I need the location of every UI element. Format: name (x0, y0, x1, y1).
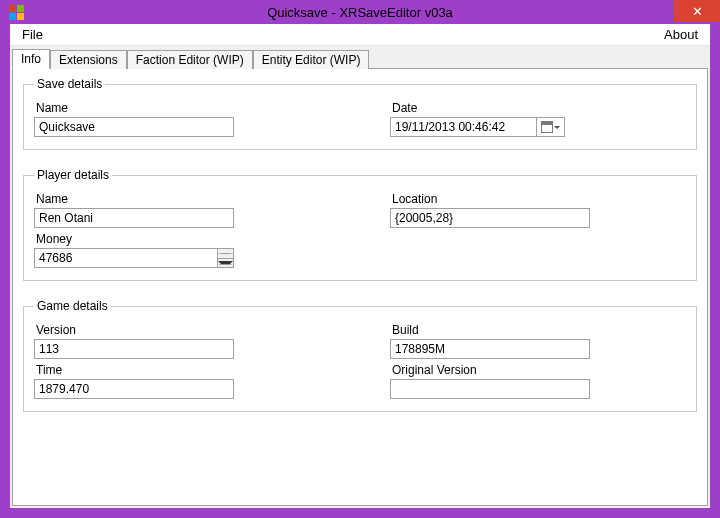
arrow-up-icon (218, 253, 233, 254)
close-button[interactable]: ✕ (674, 0, 720, 22)
app-icon (8, 4, 24, 20)
tab-panel-info: Save details Name Date 19/11/2013 00:46:… (12, 68, 708, 506)
tabs: Info Extensions Faction Editor (WIP) Ent… (10, 46, 710, 68)
tab-extensions[interactable]: Extensions (50, 50, 127, 69)
spinner-down-button[interactable] (218, 259, 233, 268)
label-game-build: Build (392, 323, 686, 337)
input-game-time[interactable] (34, 379, 234, 399)
tab-entity-editor[interactable]: Entity Editor (WIP) (253, 50, 370, 69)
menu-about[interactable]: About (658, 25, 704, 44)
close-icon: ✕ (692, 4, 703, 19)
label-player-name: Name (36, 192, 330, 206)
label-player-location: Location (392, 192, 686, 206)
legend-player-details: Player details (34, 168, 112, 182)
label-game-version: Version (36, 323, 330, 337)
label-save-date: Date (392, 101, 686, 115)
menubar: File About (10, 24, 710, 46)
main-window: Quicksave - XRSaveEditor v03a ✕ File Abo… (0, 0, 720, 518)
spinner-up-button[interactable] (218, 249, 233, 259)
label-save-name: Name (36, 101, 330, 115)
window-title: Quicksave - XRSaveEditor v03a (0, 5, 720, 20)
datetimepicker-value: 19/11/2013 00:46:42 (391, 120, 536, 134)
titlebar[interactable]: Quicksave - XRSaveEditor v03a ✕ (0, 0, 720, 24)
legend-game-details: Game details (34, 299, 111, 313)
label-game-orig-version: Original Version (392, 363, 686, 377)
tab-faction-editor[interactable]: Faction Editor (WIP) (127, 50, 253, 69)
input-game-orig-version[interactable] (390, 379, 590, 399)
groupbox-save-details: Save details Name Date 19/11/2013 00:46:… (23, 77, 697, 150)
input-game-build[interactable] (390, 339, 590, 359)
calendar-icon (541, 121, 553, 133)
label-player-money: Money (36, 232, 330, 246)
spinner (217, 249, 233, 267)
numeric-player-money-value[interactable] (35, 249, 217, 267)
label-game-time: Time (36, 363, 330, 377)
input-game-version[interactable] (34, 339, 234, 359)
input-player-name[interactable] (34, 208, 234, 228)
arrow-down-icon (218, 261, 233, 265)
legend-save-details: Save details (34, 77, 105, 91)
input-save-name[interactable] (34, 117, 234, 137)
groupbox-player-details: Player details Name Money Location (23, 168, 697, 281)
tab-info[interactable]: Info (12, 49, 50, 69)
datetimepicker-dropdown-button[interactable] (536, 118, 564, 136)
input-player-location[interactable] (390, 208, 590, 228)
numeric-player-money[interactable] (34, 248, 234, 268)
menu-file[interactable]: File (16, 25, 49, 44)
datetimepicker-save-date[interactable]: 19/11/2013 00:46:42 (390, 117, 565, 137)
chevron-down-icon (554, 126, 560, 129)
groupbox-game-details: Game details Version Time Build Original… (23, 299, 697, 412)
